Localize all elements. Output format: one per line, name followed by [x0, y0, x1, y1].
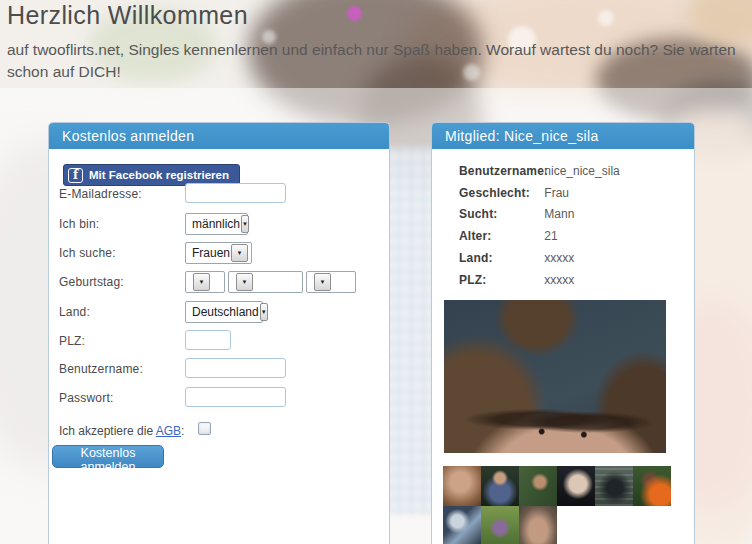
chevron-down-icon: ▼	[231, 244, 248, 262]
member-photo-thumbnail[interactable]	[633, 466, 671, 506]
birthday-month-select[interactable]: ▼	[228, 271, 303, 293]
terms-row: Ich akzeptiere die AGB:	[59, 420, 381, 444]
password-row: Passwort:	[59, 387, 381, 411]
birthday-day-select[interactable]: ▼	[185, 271, 225, 293]
member-panel-title: Mitglied: Nice_nice_sila	[432, 123, 694, 149]
gender-label: Ich bin:	[59, 217, 99, 231]
gender-select-value: männlich	[192, 217, 240, 231]
facebook-icon: f	[68, 168, 83, 183]
gender-select[interactable]: männlich ▼	[185, 213, 248, 235]
seeking-row: Ich suche: Frauen ▼	[59, 242, 381, 266]
chevron-down-icon: ▼	[236, 273, 253, 291]
member-photo-thumbnail[interactable]	[443, 506, 481, 544]
chevron-down-icon: ▼	[314, 273, 331, 291]
chevron-down-icon: ▼	[193, 273, 210, 291]
page-title: Herzlich Willkommen	[7, 1, 747, 30]
signup-form: f Mit Facebook registrieren E-Mailadress…	[49, 149, 389, 544]
seeking-select[interactable]: Frauen ▼	[185, 242, 252, 264]
member-age-label: Alter:	[459, 229, 541, 243]
page: { "page": { "title": "Herzlich Willkomme…	[0, 0, 752, 544]
member-country-label: Land:	[459, 251, 541, 265]
facebook-register-label: Mit Facebook registrieren	[89, 169, 229, 181]
birthday-row: Geburtstag: ▼ ▼ ▼	[59, 271, 381, 295]
member-row-seeking: Sucht: Mann	[459, 207, 686, 221]
birthday-label: Geburtstag:	[59, 275, 124, 289]
member-zip-label: PLZ:	[459, 273, 541, 287]
member-row-country: Land: xxxxx	[459, 251, 686, 265]
member-photo-thumbnail[interactable]	[557, 466, 595, 506]
member-photo-thumbnail[interactable]	[443, 466, 481, 506]
zip-row: PLZ:	[59, 330, 381, 354]
page-subtitle: auf twooflirts.net, Singles kennenlernen…	[7, 39, 747, 84]
member-photo-thumbnail[interactable]	[481, 506, 519, 544]
username-row: Benutzername:	[59, 358, 381, 382]
member-gender-value: Frau	[544, 186, 569, 200]
seeking-select-value: Frauen	[192, 246, 230, 260]
member-panel: Mitglied: Nice_nice_sila Benutzername: n…	[431, 122, 695, 544]
chevron-down-icon: ▼	[241, 215, 249, 233]
chevron-down-icon: ▼	[260, 303, 268, 321]
member-seeking-label: Sucht:	[459, 207, 541, 221]
member-username-label: Benutzername:	[459, 164, 541, 178]
member-country-value: xxxxx	[544, 251, 574, 265]
country-label: Land:	[59, 305, 90, 319]
page-header: Herzlich Willkommen auf twooflirts.net, …	[7, 1, 747, 84]
terms-label: Ich akzeptiere die AGB:	[59, 424, 184, 438]
password-label: Passwort:	[59, 391, 113, 405]
username-input[interactable]	[185, 358, 286, 378]
country-select[interactable]: Deutschland ▼	[185, 301, 263, 323]
signup-panel-title: Kostenlos anmelden	[49, 123, 389, 149]
signup-panel: Kostenlos anmelden f Mit Facebook regist…	[48, 122, 390, 544]
member-row-username: Benutzername: nice_nice_sila	[459, 164, 686, 178]
member-photo-thumbnail[interactable]	[519, 506, 557, 544]
member-photo[interactable]	[444, 300, 666, 453]
email-row: E-Mailadresse:	[59, 183, 381, 207]
member-row-age: Alter: 21	[459, 229, 686, 243]
member-age-value: 21	[544, 229, 557, 243]
member-photo-thumbnails	[443, 466, 673, 544]
password-input[interactable]	[185, 387, 286, 407]
member-seeking-value: Mann	[544, 207, 574, 221]
member-photo-thumbnail[interactable]	[595, 466, 633, 506]
zip-label: PLZ:	[59, 334, 85, 348]
birthday-year-select[interactable]: ▼	[306, 271, 356, 293]
submit-register-button[interactable]: Kostenlos anmelden	[52, 445, 164, 468]
member-photo-thumbnail[interactable]	[481, 466, 519, 506]
member-photo-thumbnail[interactable]	[519, 466, 557, 506]
agb-link[interactable]: AGB	[156, 424, 181, 438]
zip-input[interactable]	[185, 330, 231, 350]
gender-row: Ich bin: männlich ▼	[59, 213, 381, 237]
agb-checkbox[interactable]	[198, 422, 211, 435]
member-details: Benutzername: nice_nice_sila Geschlecht:…	[432, 149, 694, 544]
country-row: Land: Deutschland ▼	[59, 301, 381, 325]
member-zip-value: xxxxx	[544, 273, 574, 287]
member-row-zip: PLZ: xxxxx	[459, 273, 686, 287]
email-label: E-Mailadresse:	[59, 187, 142, 201]
member-gender-label: Geschlecht:	[459, 186, 541, 200]
username-label: Benutzername:	[59, 362, 143, 376]
country-select-value: Deutschland	[192, 305, 259, 319]
member-username-value: nice_nice_sila	[544, 164, 619, 178]
email-input[interactable]	[185, 183, 286, 203]
seeking-label: Ich suche:	[59, 246, 116, 260]
member-row-gender: Geschlecht: Frau	[459, 186, 686, 200]
